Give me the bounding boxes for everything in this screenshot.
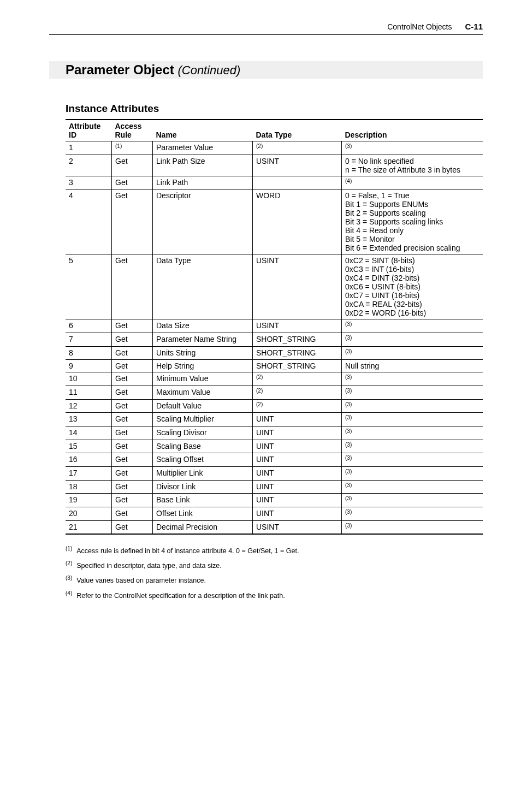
table-row: 6GetData SizeUSINT(3) (66, 319, 483, 333)
cell-rule: Get (112, 520, 153, 534)
cell-id: 19 (66, 494, 112, 507)
cell-dtype: UINT (253, 440, 342, 453)
footnote-3-num: (3) (66, 575, 72, 581)
table-row: 8GetUnits StringSHORT_STRING(3) (66, 346, 483, 360)
cell-id: 11 (66, 386, 112, 399)
cell-id: 17 (66, 466, 112, 480)
cell-desc: (3) (342, 319, 483, 333)
table-row: 19GetBase LinkUINT(3) (66, 494, 483, 507)
cell-dtype: USINT (253, 254, 342, 319)
cell-dtype: UINT (253, 413, 342, 426)
cell-rule: Get (112, 399, 153, 413)
cell-rule: Get (112, 440, 153, 453)
cell-rule: Get (112, 372, 153, 386)
cell-desc: (3) (342, 440, 483, 453)
cell-desc: (3) (342, 520, 483, 534)
cell-desc: (3) (342, 480, 483, 494)
table-row: 20GetOffset LinkUINT(3) (66, 507, 483, 520)
cell-rule: Get (112, 254, 153, 319)
cell-name: Scaling Divisor (153, 426, 253, 440)
footnote-1: (1)Access rule is defined in bit 4 of in… (66, 546, 483, 555)
table-body: 1(1)Parameter Value(2)(3)2GetLink Path S… (66, 141, 483, 535)
cell-id: 10 (66, 372, 112, 386)
cell-dtype: (2) (253, 399, 342, 413)
cell-dtype: SHORT_STRING (253, 346, 342, 360)
cell-rule: (1) (112, 141, 153, 155)
cell-rule: Get (112, 360, 153, 372)
table-row: 18GetDivisor LinkUINT(3) (66, 480, 483, 494)
cell-id: 1 (66, 141, 112, 155)
section-heading-main: Parameter Object (66, 62, 174, 77)
cell-desc: (3) (342, 494, 483, 507)
cell-name: Scaling Base (153, 440, 253, 453)
footnote-4: (4)Refer to the ControlNet specification… (66, 590, 483, 600)
cell-id: 15 (66, 440, 112, 453)
col-description-label: Description (345, 131, 387, 139)
cell-rule: Get (112, 480, 153, 494)
col-access-label: Access (115, 122, 142, 131)
cell-dtype: UINT (253, 507, 342, 520)
cell-name: Decimal Precision (153, 520, 253, 534)
cell-id: 13 (66, 413, 112, 426)
cell-name: Offset Link (153, 507, 253, 520)
table-row: 4GetDescriptorWORD0 = False, 1 = TrueBit… (66, 189, 483, 254)
table-row: 12GetDefault Value(2)(3) (66, 399, 483, 413)
header-page-number: C-11 (465, 22, 483, 31)
cell-desc: (3) (342, 507, 483, 520)
cell-id: 6 (66, 319, 112, 333)
cell-rule: Get (112, 319, 153, 333)
cell-id: 12 (66, 399, 112, 413)
header-title: ControlNet Objects (387, 22, 452, 31)
cell-dtype: (2) (253, 372, 342, 386)
section-heading: Parameter Object (Continued) (49, 61, 483, 79)
cell-rule: Get (112, 189, 153, 254)
table-row: 17GetMultiplier LinkUINT(3) (66, 466, 483, 480)
cell-id: 18 (66, 480, 112, 494)
cell-desc: (4) (342, 176, 483, 189)
footnote-1-text: Access rule is defined in bit 4 of insta… (76, 547, 299, 555)
cell-name: Minimum Value (153, 372, 253, 386)
cell-id: 4 (66, 189, 112, 254)
col-data-type-label: Data Type (256, 131, 292, 139)
cell-name: Base Link (153, 494, 253, 507)
cell-rule: Get (112, 413, 153, 426)
cell-name: Divisor Link (153, 480, 253, 494)
cell-rule: Get (112, 466, 153, 480)
cell-dtype: UINT (253, 466, 342, 480)
cell-desc: (3) (342, 386, 483, 399)
footnote-2: (2)Specified in descriptor, data type, a… (66, 560, 483, 570)
cell-name: Units String (153, 346, 253, 360)
footnote-4-num: (4) (66, 590, 72, 596)
cell-dtype: UINT (253, 453, 342, 467)
table-row: 10GetMinimum Value(2)(3) (66, 372, 483, 386)
cell-dtype: (2) (253, 386, 342, 399)
cell-dtype: SHORT_STRING (253, 360, 342, 372)
instance-attributes-table: Attribute ID Access Rule Name Data Type … (66, 119, 483, 535)
cell-id: 2 (66, 155, 112, 176)
cell-dtype (253, 176, 342, 189)
cell-name: Data Type (153, 254, 253, 319)
cell-dtype: (2) (253, 141, 342, 155)
table-row: 5GetData TypeUSINT0xC2 = SINT (8-bits)0x… (66, 254, 483, 319)
cell-desc: (3) (342, 413, 483, 426)
cell-dtype: USINT (253, 155, 342, 176)
footnote-4-text: Refer to the ControlNet specification fo… (76, 592, 285, 600)
subsection-heading: Instance Attributes (66, 103, 483, 115)
cell-rule: Get (112, 494, 153, 507)
cell-name: Parameter Name String (153, 333, 253, 346)
table-row: 7GetParameter Name StringSHORT_STRING(3) (66, 333, 483, 346)
cell-rule: Get (112, 453, 153, 467)
col-id-label: ID (69, 131, 76, 139)
table-row: 1(1)Parameter Value(2)(3) (66, 141, 483, 155)
cell-desc: (3) (342, 346, 483, 360)
cell-dtype: USINT (253, 319, 342, 333)
table-header-row: Attribute ID Access Rule Name Data Type … (66, 120, 483, 141)
col-description: Description (342, 120, 483, 141)
table-row: 15GetScaling BaseUINT(3) (66, 440, 483, 453)
cell-dtype: WORD (253, 189, 342, 254)
cell-rule: Get (112, 386, 153, 399)
cell-id: 14 (66, 426, 112, 440)
section-heading-bar: Parameter Object (Continued) (49, 61, 483, 79)
cell-desc: (3) (342, 141, 483, 155)
col-attribute-label: Attribute (69, 122, 100, 131)
